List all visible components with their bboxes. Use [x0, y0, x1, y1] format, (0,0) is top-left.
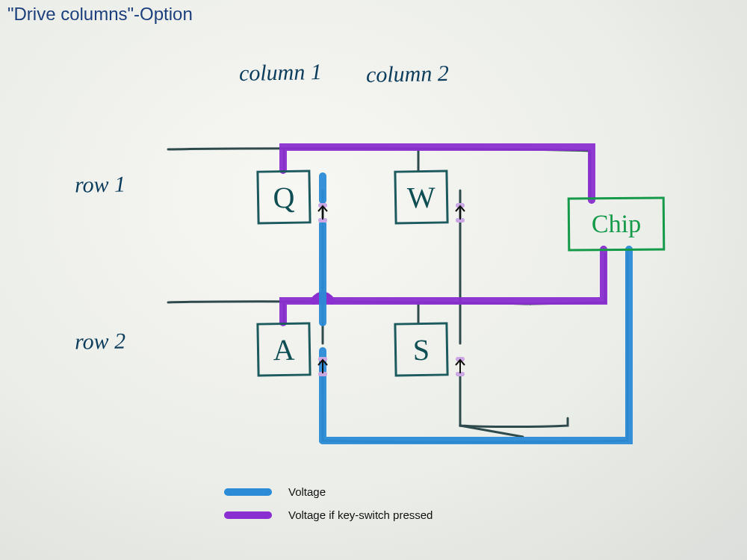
key-q: Q [256, 169, 311, 224]
chip-box: Chip [568, 196, 666, 251]
legend-label-voltage: Voltage [288, 485, 326, 498]
diode-s [454, 357, 466, 376]
chip-label: Chip [592, 210, 641, 239]
wiring-svg [0, 0, 747, 560]
legend: Voltage Voltage if key-switch pressed [224, 485, 433, 532]
diode-w [454, 203, 466, 223]
diagram-canvas: "Drive columns"-Option column 1 column 2… [0, 0, 747, 560]
key-q-label: Q [273, 179, 295, 214]
legend-row-voltage-pressed: Voltage if key-switch pressed [224, 508, 433, 521]
legend-swatch-voltage-pressed [224, 511, 272, 519]
key-a: A [256, 322, 311, 376]
key-w-label: W [407, 179, 436, 215]
key-w: W [394, 169, 448, 224]
legend-label-voltage-pressed: Voltage if key-switch pressed [288, 508, 433, 521]
key-s: S [394, 322, 448, 376]
key-s-label: S [412, 332, 430, 367]
legend-row-voltage: Voltage [224, 485, 433, 498]
diode-a [317, 357, 329, 376]
legend-swatch-voltage [224, 488, 272, 496]
key-a-label: A [273, 332, 295, 367]
diode-q [317, 203, 329, 223]
